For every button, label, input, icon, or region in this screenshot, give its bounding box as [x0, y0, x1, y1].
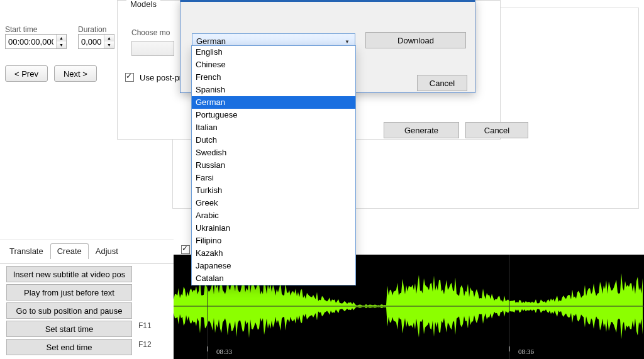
models-group-title: Models — [126, 0, 160, 9]
waveform-timestamp: 08:33 — [216, 348, 233, 355]
start-time-arrows[interactable]: ▲ ▼ — [56, 35, 66, 48]
shortcut-f11-label: F11 — [138, 321, 152, 330]
tab-bar: Translate Create Adjust — [3, 243, 174, 259]
underlying-action-row: Generate Cancel — [384, 122, 528, 138]
duration-down-icon[interactable]: ▼ — [104, 41, 114, 48]
language-option-catalan[interactable]: Catalan — [192, 272, 355, 285]
download-button[interactable]: Download — [365, 32, 466, 48]
tab-underline — [0, 263, 174, 264]
use-postprocessing-check[interactable] — [125, 73, 134, 82]
cancel-underlying-button[interactable]: Cancel — [465, 122, 528, 138]
language-option-portuguese[interactable]: Portuguese — [192, 109, 355, 121]
start-time-label: Start time — [5, 25, 67, 34]
language-option-chinese[interactable]: Chinese — [192, 58, 355, 71]
use-postprocessing-checkbox[interactable]: Use post-pro — [123, 71, 186, 84]
duration-up-icon[interactable]: ▲ — [104, 35, 114, 41]
tab-translate[interactable]: Translate — [3, 243, 50, 259]
language-option-ukrainian[interactable]: Ukrainian — [192, 222, 355, 235]
language-option-turkish[interactable]: Turkish — [192, 184, 355, 197]
language-option-kazakh[interactable]: Kazakh — [192, 247, 355, 260]
language-option-dutch[interactable]: Dutch — [192, 134, 355, 146]
go-to-sub-pause-button[interactable]: Go to sub position and pause — [6, 302, 132, 319]
generate-button[interactable]: Generate — [384, 122, 459, 138]
language-listbox[interactable]: EnglishChineseFrenchSpanishGermanPortugu… — [191, 45, 356, 285]
start-time-down-icon[interactable]: ▼ — [57, 41, 66, 48]
start-time-up-icon[interactable]: ▲ — [57, 35, 66, 41]
language-option-english[interactable]: English — [192, 46, 355, 58]
language-option-italian[interactable]: Italian — [192, 121, 355, 134]
language-option-farsi[interactable]: Farsi — [192, 172, 355, 184]
language-option-spanish[interactable]: Spanish — [192, 84, 355, 96]
language-option-arabic[interactable]: Arabic — [192, 209, 355, 222]
tab-adjust[interactable]: Adjust — [89, 243, 125, 259]
language-option-russian[interactable]: Russian — [192, 159, 355, 172]
waveform-timestamp: 08:36 — [518, 348, 535, 355]
language-option-swedish[interactable]: Swedish — [192, 146, 355, 159]
language-option-german[interactable]: German — [192, 96, 355, 109]
cancel-download-button[interactable]: Cancel — [417, 75, 467, 91]
next-button[interactable]: Next > — [54, 65, 97, 82]
language-option-filipino[interactable]: Filipino — [192, 235, 355, 247]
duration-label: Duration — [78, 25, 114, 34]
duration-input[interactable] — [79, 35, 104, 48]
duration-arrows[interactable]: ▲ ▼ — [104, 35, 114, 48]
set-end-time-button[interactable]: Set end time — [6, 339, 132, 355]
choose-model-combobox[interactable] — [131, 41, 174, 56]
language-option-japanese[interactable]: Japanese — [192, 260, 355, 272]
duration-stepper[interactable]: ▲ ▼ — [78, 34, 114, 49]
prev-button[interactable]: < Prev — [5, 65, 48, 82]
insert-at-video-pos-button[interactable]: Insert new subtitle at video pos — [6, 266, 132, 282]
language-option-french[interactable]: French — [192, 71, 355, 84]
set-start-time-button[interactable]: Set start time — [6, 321, 132, 337]
language-option-greek[interactable]: Greek — [192, 197, 355, 209]
tab-create[interactable]: Create — [50, 243, 89, 259]
shortcut-f12-label: F12 — [138, 340, 152, 349]
start-time-stepper[interactable]: ▲ ▼ — [5, 34, 67, 49]
select-checkbox[interactable] — [181, 245, 190, 254]
time-panel: Start time ▲ ▼ Duration ▲ ▼ < Prev Next … — [0, 23, 113, 86]
play-before-text-button[interactable]: Play from just before text — [6, 284, 132, 301]
start-time-input[interactable] — [6, 35, 56, 48]
choose-model-label: Choose mo — [131, 28, 170, 37]
language-combobox-value: German — [196, 36, 226, 46]
bottom-tabs-panel: Translate Create Adjust Insert new subti… — [0, 239, 174, 358]
